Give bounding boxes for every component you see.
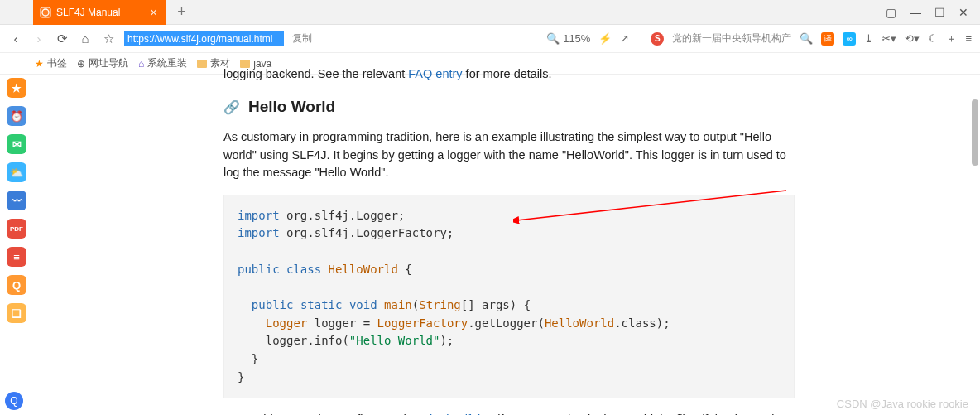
search-glass-icon[interactable]: 🔍 (800, 32, 813, 45)
window-maximize-icon[interactable]: ☐ (934, 6, 945, 19)
nav-back-icon[interactable]: ‹ (8, 31, 23, 46)
sidebar-icon-8[interactable]: Q (7, 275, 26, 295)
download-icon[interactable]: ⤓ (864, 32, 873, 45)
bookmark-star-icon[interactable]: ☆ (101, 31, 116, 46)
browser-tab[interactable]: SLF4J Manual × (33, 0, 166, 25)
run-example-paragraph: To run this example, you first need to o… (223, 411, 803, 415)
home-icon[interactable]: ⌂ (78, 31, 93, 46)
translate-icon[interactable]: 译 (821, 32, 834, 46)
csdn-watermark: CSDN @Java rookie rookie (837, 398, 968, 410)
flash-icon[interactable]: ⚡ (598, 32, 612, 45)
page-scrollbar[interactable] (972, 99, 978, 166)
dark-mode-icon[interactable]: ☾ (928, 32, 938, 45)
anchor-link-icon[interactable]: 🔗 (223, 99, 240, 115)
sidebar-icon-5[interactable]: 〰 (7, 191, 26, 210)
main-menu-icon[interactable]: ≡ (965, 32, 972, 45)
sidebar-icon-3[interactable]: ✉ (7, 134, 26, 154)
share-icon[interactable]: ↗ (620, 32, 629, 45)
undo-icon[interactable]: ⟲▾ (905, 32, 920, 45)
sidebar-icon-7[interactable]: ≡ (7, 247, 26, 267)
section-heading-hello-world: Hello World (248, 98, 335, 116)
tab-favicon (40, 7, 51, 18)
hello-world-paragraph: As customary in programming tradition, h… (223, 128, 803, 182)
address-bar-input[interactable]: https://www.slf4j.org/manual.html (124, 31, 284, 46)
scissors-icon[interactable]: ✂▾ (882, 32, 896, 45)
infinity-icon[interactable]: ∞ (843, 32, 856, 46)
sogou-search-icon[interactable]: S (651, 32, 664, 46)
sidebar-icon-1[interactable]: ★ (7, 78, 26, 98)
assistant-bubble-icon[interactable]: Q (5, 392, 23, 410)
copy-url-button[interactable]: 复制 (289, 31, 312, 46)
sidebar-icon-9[interactable]: ❏ (7, 303, 26, 323)
reload-icon[interactable]: ⟳ (55, 31, 70, 46)
page-content: logging backend. See the relevant FAQ en… (33, 53, 963, 415)
new-tab-button[interactable]: + (171, 1, 194, 24)
tab-title: SLF4J Manual (56, 7, 120, 18)
zoom-search-icon[interactable]: 🔍 (546, 32, 560, 45)
intro-fragment: logging backend. See the relevant FAQ en… (223, 65, 803, 84)
add-icon[interactable]: ＋ (946, 31, 957, 46)
sidebar-icon-6[interactable]: PDF (7, 219, 26, 239)
sidebar-icon-4[interactable]: ⛅ (7, 162, 26, 182)
tab-close-icon[interactable]: × (150, 6, 156, 19)
faq-link[interactable]: FAQ entry (408, 67, 462, 80)
window-close-icon[interactable]: ✕ (958, 6, 968, 19)
code-example: import org.slf4j.Logger; import org.slf4… (223, 195, 795, 399)
window-extra-icon[interactable]: ▢ (886, 6, 896, 19)
search-suggest-text[interactable]: 党的新一届中央领导机构产 (672, 31, 791, 46)
window-minimize-icon[interactable]: — (910, 6, 921, 19)
zoom-level: 115% (563, 32, 590, 45)
sidebar-icon-2[interactable]: ⏰ (7, 106, 26, 126)
nav-forward-icon: › (31, 31, 46, 46)
left-app-sidebar: ★ ⏰ ✉ ⛅ 〰 PDF ≡ Q ❏ (0, 75, 33, 415)
